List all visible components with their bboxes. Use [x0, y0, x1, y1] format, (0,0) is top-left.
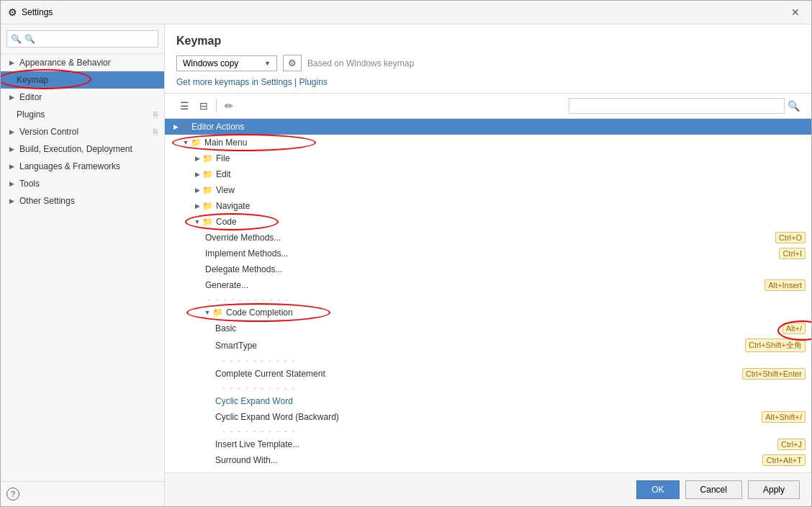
right-panel: Keymap Windows copy ▼ ⚙ Based on Windows…: [165, 24, 811, 506]
expand-icon: ▼: [202, 309, 212, 316]
expand-all-button[interactable]: ☰: [176, 98, 193, 114]
keymap-gear-button[interactable]: ⚙: [283, 55, 302, 71]
sidebar-search-icon: 🔍: [11, 34, 22, 44]
folder-icon: 📁: [202, 153, 213, 163]
window-icon: ⚙: [8, 6, 17, 18]
tree-row[interactable]: Surround With... Ctrl+Alt+T: [165, 452, 811, 468]
keymap-tree: ▶ ▤ Editor Actions ▼ 📁 Main Menu ▶ 📁 Fil: [165, 119, 811, 472]
tree-row[interactable]: Insert Live Template... Ctrl+J: [165, 436, 811, 452]
sidebar-item-appearance[interactable]: ▶ Appearance & Behavior: [1, 54, 164, 71]
tree-row[interactable]: SmartType Ctrl+Shift+全角: [165, 336, 811, 354]
tree-label: Override Methods...: [205, 233, 775, 243]
sidebar-item-label: Plugins: [17, 109, 150, 120]
collapse-all-button[interactable]: ⊟: [196, 98, 212, 114]
folder-icon: 📁: [202, 201, 213, 211]
tree-row[interactable]: Complete Current Statement Ctrl+Shift+En…: [165, 366, 811, 382]
shortcut-badge: Alt+/: [782, 323, 806, 334]
tree-row[interactable]: ▶ ▤ Editor Actions: [165, 119, 811, 135]
folder-icon: 📁: [191, 138, 202, 148]
tree-row[interactable]: Override Methods... Ctrl+O: [165, 230, 811, 246]
expand-icon: ▶: [192, 155, 202, 162]
toolbar-separator: [216, 99, 217, 112]
tree-row[interactable]: ▶ 📁 Edit: [165, 166, 811, 182]
sidebar-item-version-control[interactable]: ▶ Version Control ⎘: [1, 123, 164, 140]
sidebar-item-tools[interactable]: ▶ Tools: [1, 175, 164, 192]
tree-row[interactable]: Basic Alt+/: [165, 320, 811, 336]
sidebar-item-editor[interactable]: ▶ Editor: [1, 89, 164, 106]
folder-icon: 📁: [202, 217, 213, 227]
search-right: 🔍: [569, 98, 800, 114]
tree-row[interactable]: Implement Methods... Ctrl+I: [165, 246, 811, 261]
tree-row[interactable]: Cyclic Expand Word (Backward) Alt+Shift+…: [165, 409, 811, 425]
tree-label: Generate...: [205, 280, 764, 290]
tree-label: Edit: [216, 169, 806, 179]
edit-button[interactable]: ✏: [221, 98, 237, 114]
shortcut-badge: Ctrl+Shift+Enter: [742, 368, 806, 380]
apply-button[interactable]: Apply: [748, 480, 800, 499]
separator-row: - - - - - - - - - -: [165, 354, 811, 366]
expand-icon: ▶: [192, 171, 202, 178]
tree-label: Surround With...: [215, 455, 762, 465]
folder-icon: 📁: [202, 169, 213, 179]
expand-all-icon: ☰: [180, 100, 189, 112]
keymap-link-text[interactable]: Get more keymaps in Settings | Plugins: [176, 77, 328, 87]
cancel-button[interactable]: Cancel: [685, 480, 742, 499]
sidebar-search-box: 🔍: [1, 24, 164, 54]
dropdown-arrow-icon: ▼: [264, 60, 271, 67]
tree-label: SmartType: [215, 341, 745, 351]
tree-row[interactable]: ▶ 📁 Navigate: [165, 198, 811, 214]
close-button[interactable]: ✕: [787, 5, 804, 19]
expand-icon: ▶: [6, 197, 17, 205]
expand-icon: ▶: [171, 123, 181, 130]
tree-row[interactable]: ▶ 📁 View: [165, 182, 811, 198]
tree-label: Insert Live Template...: [215, 439, 777, 449]
keymap-dropdown[interactable]: Windows copy ▼: [176, 55, 277, 71]
tree-row[interactable]: ▼ 📁 Code: [165, 214, 811, 230]
sidebar-item-label: Languages & Frameworks: [19, 161, 158, 171]
shortcut-badge: Ctrl+O: [775, 232, 806, 243]
keymap-dropdown-label: Windows copy: [183, 58, 260, 68]
collapse-all-icon: ⊟: [199, 100, 208, 112]
separator-row: - - - - - - - - - -: [165, 425, 811, 436]
shortcut-badge: Ctrl+Shift+全角: [745, 338, 806, 352]
title-bar-left: ⚙ Settings: [8, 6, 53, 18]
tree-label: Editor Actions: [191, 122, 806, 132]
keymap-based-text: Based on Windows keymap: [307, 58, 414, 68]
sidebar-item-build[interactable]: ▶ Build, Execution, Deployment: [1, 140, 164, 158]
tree-label: Cyclic Expand Word (Backward): [215, 412, 762, 422]
sidebar-search-input[interactable]: [6, 30, 158, 48]
sidebar-item-label: Other Settings: [19, 196, 158, 206]
sidebar-item-keymap[interactable]: Keymap: [1, 71, 164, 89]
sidebar-item-label: Appearance & Behavior: [19, 58, 158, 68]
shortcut-badge: Ctrl+J: [777, 439, 806, 450]
expand-icon: ▼: [181, 139, 191, 146]
copy-icon: ⎘: [153, 127, 158, 136]
tree-label: View: [216, 185, 806, 195]
main-content: 🔍 ▶ Appearance & Behavior Keymap ▶ Ed: [1, 24, 811, 506]
help-button[interactable]: ?: [6, 488, 19, 501]
keymap-plugin-link: Get more keymaps in Settings | Plugins: [176, 77, 800, 87]
separator-row: - - - - - - - - - - -: [165, 293, 811, 305]
separator-row: - - - - - - - - - -: [165, 382, 811, 393]
folder-icon: 📁: [212, 308, 223, 318]
sidebar-item-other-settings[interactable]: ▶ Other Settings: [1, 192, 164, 210]
sidebar-item-label: Keymap: [17, 75, 158, 85]
folder-group-icon: ▤: [181, 122, 189, 132]
tree-row[interactable]: Generate... Alt+Insert: [165, 277, 811, 293]
tree-label: Code: [216, 217, 806, 227]
keymap-search-input[interactable]: [569, 98, 785, 114]
ok-button[interactable]: OK: [636, 480, 679, 499]
keymap-toolbar: ☰ ⊟ ✏ 🔍: [165, 94, 811, 119]
tree-row[interactable]: Cyclic Expand Word: [165, 393, 811, 409]
tree-row[interactable]: ▶ 📁 File: [165, 151, 811, 166]
sidebar-item-languages[interactable]: ▶ Languages & Frameworks: [1, 158, 164, 175]
sidebar-item-label: Build, Execution, Deployment: [19, 144, 158, 154]
sidebar-item-plugins[interactable]: Plugins ⎘: [1, 106, 164, 123]
tree-row[interactable]: ▼ 📁 Main Menu: [165, 135, 811, 151]
edit-icon: ✏: [225, 100, 233, 112]
copy-icon: ⎘: [153, 110, 158, 119]
expand-icon: ▶: [6, 128, 17, 135]
tree-row[interactable]: ▼ 📁 Code Completion: [165, 305, 811, 320]
tree-row[interactable]: Delegate Methods...: [165, 261, 811, 277]
search-icon: 🔍: [788, 100, 800, 112]
